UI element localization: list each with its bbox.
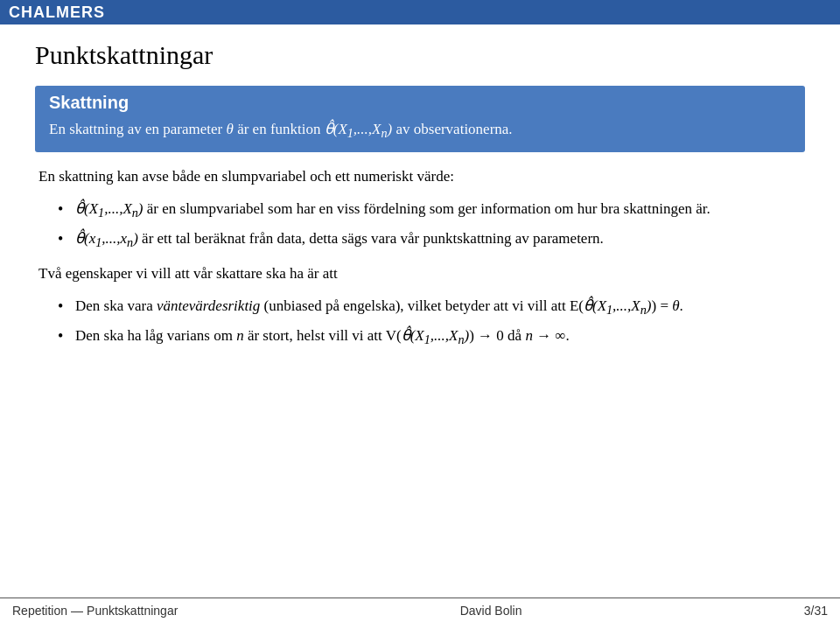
footer-separator: — bbox=[71, 604, 83, 618]
bullet-item-2: θ̂(x1,...,xn) är ett tal beräknat från d… bbox=[56, 227, 802, 253]
bullet4-text: Den ska ha låg varians om n är stort, he… bbox=[75, 327, 570, 344]
two-props-intro: Två egenskaper vi vill att vår skattare … bbox=[38, 262, 802, 285]
bullet-item-3: Den ska vara väntevärdesriktig (unbiased… bbox=[56, 294, 802, 320]
content-section: En skattning kan avse både en slumpvaria… bbox=[35, 164, 805, 351]
footer-page: 3/31 bbox=[804, 604, 828, 618]
chalmers-logo: CHALMERS bbox=[9, 3, 105, 22]
skattning-box: Skattning En skattning av en parameter θ… bbox=[35, 86, 805, 152]
footer-subtitle: Punktskattningar bbox=[87, 604, 178, 618]
footer-repetition: Repetition bbox=[12, 604, 67, 618]
expected-theta: θ̂(X1,...,Xn) bbox=[584, 297, 652, 314]
theta-param: θ bbox=[672, 297, 679, 314]
bullet-list-1: θ̂(X1,...,Xn) är en slumpvariabel som ha… bbox=[38, 197, 802, 253]
theta-symbol: θ bbox=[227, 121, 234, 137]
bullet3-b: (unbiased på engelska), vilket betyder a… bbox=[260, 297, 683, 314]
skattning-box-text: En skattning av en parameter θ är en fun… bbox=[49, 118, 791, 143]
skattning-box-title: Skattning bbox=[49, 93, 791, 113]
footer: Repetition — Punktskattningar David Boli… bbox=[0, 598, 840, 622]
page-title: Punktskattningar bbox=[35, 40, 805, 70]
bullet-list-2: Den ska vara väntevärdesriktig (unbiased… bbox=[38, 294, 802, 350]
intro-paragraph: En skattning kan avse både en slumpvaria… bbox=[38, 164, 802, 188]
n-var-2: n bbox=[525, 327, 533, 344]
bullet2-text: är ett tal beräknat från data, detta säg… bbox=[142, 230, 604, 247]
theta-hat-data: θ̂(x1,...,xn) bbox=[75, 230, 138, 247]
bullet-item-1: θ̂(X1,...,Xn) är en slumpvariabel som ha… bbox=[56, 197, 802, 223]
bullet-item-4: Den ska ha låg varians om n är stort, he… bbox=[56, 324, 802, 350]
variance-theta: θ̂(X1,...,Xn) bbox=[402, 327, 470, 344]
theta-hat-function: θ̂(X1,...,Xn) bbox=[325, 121, 393, 137]
bullet1-text: är en slumpvariabel som har en viss förd… bbox=[147, 200, 710, 217]
bullet3-italic: väntevärdesriktig bbox=[157, 297, 260, 314]
main-content: Punktskattningar Skattning En skattning … bbox=[0, 24, 840, 367]
header-bar: CHALMERS bbox=[0, 0, 840, 24]
theta-hat-rv: θ̂(X1,...,Xn) bbox=[75, 200, 144, 217]
bullet3-a: Den ska vara bbox=[75, 297, 157, 314]
n-var: n bbox=[236, 327, 244, 344]
footer-author: David Bolin bbox=[460, 604, 522, 618]
footer-left: Repetition — Punktskattningar bbox=[12, 604, 178, 618]
